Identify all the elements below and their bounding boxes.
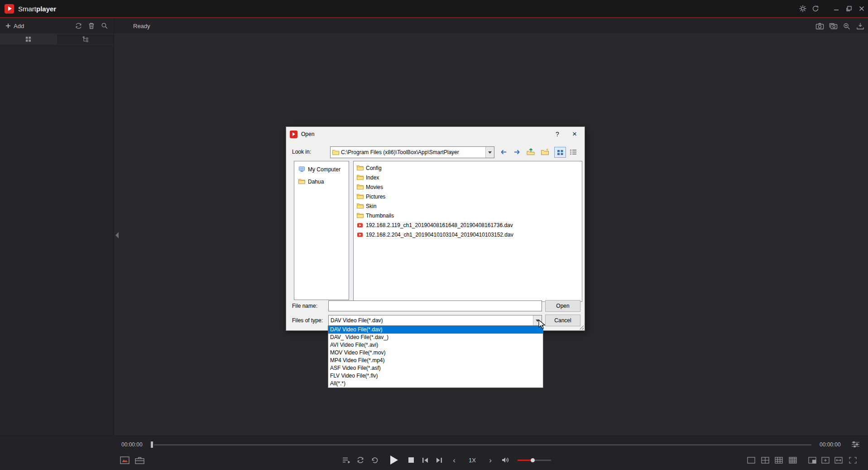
file-item[interactable]: Index (355, 173, 581, 182)
snapshot-camera-icon[interactable] (814, 20, 825, 32)
places-panel: My Computer Dahua (294, 161, 349, 300)
settings-gear-icon[interactable] (796, 0, 809, 17)
grid-tab-icon (25, 36, 31, 42)
files-of-type-combobox[interactable]: DAV Video File(*.dav) (328, 315, 542, 326)
plus-icon (5, 23, 11, 29)
loop-playback-icon[interactable] (355, 454, 366, 466)
volume-track[interactable] (518, 460, 551, 461)
tab-device-tree[interactable] (57, 34, 114, 44)
search-icon[interactable] (99, 20, 110, 31)
dialog-file-list: Config Index Movies Pictures Skin Thumbn… (353, 161, 582, 302)
delete-trash-icon[interactable] (86, 20, 97, 31)
volume-icon[interactable] (499, 454, 511, 466)
files-of-type-label: Files of type: (292, 317, 323, 324)
playlist-panel (0, 45, 114, 436)
place-item-my-computer[interactable]: My Computer (294, 163, 349, 175)
sidebar-tabs (0, 34, 114, 45)
app-title: Smartplayer (18, 5, 56, 13)
file-item[interactable]: 192.168.2.204_ch1_20190410103104_2019041… (355, 230, 581, 239)
sync-play-icon[interactable] (73, 20, 84, 31)
open-confirm-button[interactable]: Open (545, 300, 580, 312)
toolbar: Add Ready (0, 18, 868, 34)
look-in-row: Look in: C:\Program Files (x86)\ToolBox\… (286, 146, 585, 157)
speed-up-button[interactable]: › (484, 454, 496, 466)
file-item[interactable]: Skin (355, 201, 581, 211)
type-option[interactable]: AVI Video File(*.avi) (328, 341, 543, 349)
look-in-value: C:\Program Files (x86)\ToolBox\App\Smart… (339, 149, 485, 155)
timeline-settings-icon[interactable] (851, 441, 860, 450)
continuous-snapshot-icon[interactable] (827, 20, 839, 32)
seek-track[interactable] (154, 444, 811, 446)
previous-frame-button[interactable] (419, 454, 431, 466)
minimize-button[interactable] (830, 0, 843, 17)
layout-1-button[interactable] (745, 454, 757, 466)
view-thumbnails-button[interactable] (554, 147, 566, 158)
type-option[interactable]: MP4 Video File(*.mp4) (328, 357, 543, 364)
type-option[interactable]: All(*.*) (328, 380, 543, 388)
maximize-button[interactable] (843, 0, 855, 17)
type-option[interactable]: MOV Video File(*.mov) (328, 349, 543, 357)
layout-16-button[interactable] (787, 454, 799, 466)
file-item[interactable]: 192.168.2.119_ch1_20190408161648_2019040… (355, 220, 581, 230)
speed-value: 1X (465, 454, 480, 466)
next-frame-button[interactable] (433, 454, 445, 466)
sidebar-header: Add (0, 18, 114, 34)
elapsed-time: 00:00:00 (121, 441, 143, 448)
dialog-app-icon (290, 131, 297, 138)
sidebar-collapse-button[interactable] (114, 229, 120, 242)
playlist-icon[interactable] (340, 454, 352, 466)
stop-button[interactable] (405, 454, 417, 466)
place-item-dahua[interactable]: Dahua (294, 175, 349, 188)
folder-icon (356, 165, 364, 171)
layout-custom-button[interactable] (806, 454, 818, 466)
dav-icon (356, 222, 364, 228)
close-button[interactable] (855, 0, 868, 17)
file-name-input[interactable] (328, 300, 542, 311)
file-item[interactable]: Pictures (355, 192, 581, 201)
play-icon (390, 455, 398, 465)
layout-4-button[interactable] (759, 454, 771, 466)
volume-handle[interactable] (531, 458, 535, 462)
forward-button[interactable] (512, 147, 523, 157)
back-button[interactable] (498, 147, 508, 157)
new-folder-button[interactable] (540, 147, 551, 157)
files-of-type-dropdown-arrow[interactable] (533, 315, 542, 325)
view-details-button[interactable] (568, 147, 579, 157)
dialog-title: Open (301, 131, 314, 137)
add-label: Add (14, 23, 24, 29)
computer-icon (298, 166, 305, 173)
download-icon[interactable] (854, 20, 866, 32)
stretch-button[interactable] (833, 454, 844, 466)
rewind-icon[interactable] (369, 454, 380, 466)
seek-handle[interactable] (151, 441, 153, 448)
fullscreen-button[interactable] (847, 454, 858, 466)
type-option[interactable]: ASF Video File(*.asf) (328, 364, 543, 372)
play-button[interactable] (385, 452, 401, 468)
look-in-dropdown-arrow[interactable] (485, 147, 494, 158)
add-file-button[interactable]: Add (5, 23, 24, 29)
file-item[interactable]: Config (355, 163, 581, 173)
cancel-button[interactable]: Cancel (545, 315, 580, 326)
file-item[interactable]: Movies (355, 182, 581, 192)
dialog-titlebar[interactable]: Open ? × (286, 127, 585, 141)
smart-rules-icon[interactable] (119, 454, 130, 466)
toolbox-icon[interactable] (134, 454, 145, 466)
tab-file-list[interactable] (0, 34, 57, 44)
speed-down-button[interactable]: ‹ (448, 454, 460, 466)
type-option[interactable]: DAV_ Video File(*.dav_) (328, 334, 543, 341)
type-option[interactable]: DAV Video File(*.dav) (328, 326, 543, 334)
digital-zoom-icon[interactable] (841, 20, 853, 32)
chevron-left-icon (115, 232, 119, 238)
dialog-close-button[interactable]: × (567, 127, 582, 141)
tree-tab-icon (82, 36, 89, 42)
file-item[interactable]: Thumbnails (355, 211, 581, 220)
look-in-combobox[interactable]: C:\Program Files (x86)\ToolBox\App\Smart… (330, 146, 494, 158)
folder-icon (298, 179, 305, 184)
layout-9-button[interactable] (773, 454, 785, 466)
type-option[interactable]: FLV Video File(*.flv) (328, 372, 543, 380)
about-icon[interactable] (809, 0, 822, 17)
dialog-help-button[interactable]: ? (550, 127, 565, 141)
up-one-level-button[interactable] (525, 147, 536, 157)
app-logo-icon (5, 4, 14, 14)
original-scale-button[interactable] (820, 454, 831, 466)
